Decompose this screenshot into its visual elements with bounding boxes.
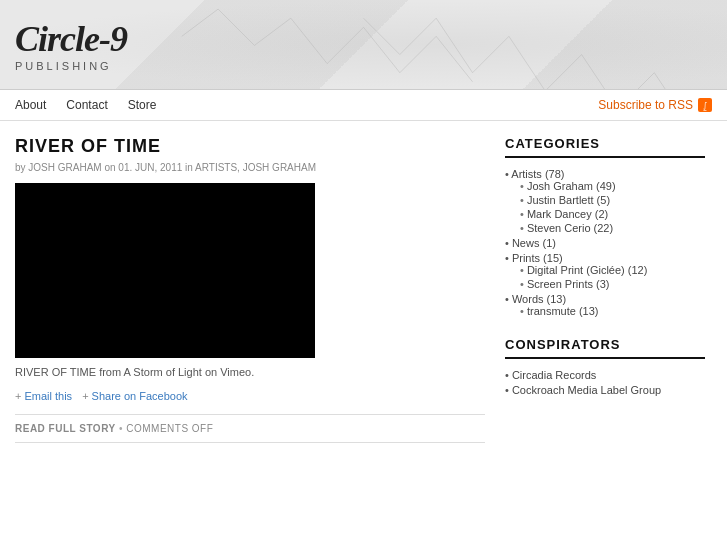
site-logo: Circle-9 PUBLISHING <box>15 18 127 72</box>
post-footer: READ FULL STORY • COMMENTS OFF <box>15 414 485 443</box>
post-actions: Email this Share on Facebook <box>15 390 485 402</box>
category-artists-link[interactable]: Artists (78) <box>511 168 564 180</box>
post-title: RIVER OF TIME <box>15 136 485 157</box>
email-link[interactable]: Email this <box>15 390 72 402</box>
conspirators-section: CONSPIRATORS Circadia Records Cockroach … <box>505 337 705 396</box>
category-words-link[interactable]: Words (13) <box>512 293 566 305</box>
category-words[interactable]: Words (13) transmute (13) <box>505 293 705 317</box>
comments-status: COMMENTS OFF <box>126 423 213 434</box>
category-news[interactable]: News (1) <box>505 237 705 249</box>
video-caption: RIVER OF TIME from A Storm of Light on V… <box>15 366 485 378</box>
read-more-link[interactable]: READ FULL STORY <box>15 423 116 434</box>
conspirator-cockroach[interactable]: Cockroach Media Label Group <box>505 384 705 396</box>
nav-links: About Contact Store <box>15 98 598 112</box>
rss-link[interactable]: Subscribe to RSS <box>598 98 693 112</box>
category-news-link[interactable]: News (1) <box>512 237 556 249</box>
email-label: Email this <box>24 390 72 402</box>
subcategory-mark-dancey[interactable]: Mark Dancey (2) <box>520 208 705 220</box>
navigation: About Contact Store Subscribe to RSS ⨜ <box>0 90 727 121</box>
category-prints[interactable]: Prints (15) Digital Print (Giclée) (12) … <box>505 252 705 290</box>
share-link[interactable]: Share on Facebook <box>82 390 187 402</box>
nav-store[interactable]: Store <box>128 98 157 112</box>
share-label: Share on Facebook <box>92 390 188 402</box>
conspirators-heading: CONSPIRATORS <box>505 337 705 359</box>
categories-section: CATEGORIES Artists (78) Josh Graham (49)… <box>505 136 705 317</box>
subcategory-list: Josh Graham (49) Justin Bartlett (5) Mar… <box>520 180 705 234</box>
site-header: Circle-9 PUBLISHING <box>0 0 727 90</box>
conspirators-list: Circadia Records Cockroach Media Label G… <box>505 369 705 396</box>
rss-icon: ⨜ <box>698 98 712 112</box>
nav-contact[interactable]: Contact <box>66 98 107 112</box>
post-meta: by JOSH GRAHAM on 01. JUN, 2011 in ARTIS… <box>15 162 485 173</box>
rss-section: Subscribe to RSS ⨜ <box>598 98 712 112</box>
video-thumbnail[interactable] <box>15 183 315 358</box>
subcategory-steven-cerio[interactable]: Steven Cerio (22) <box>520 222 705 234</box>
category-artists[interactable]: Artists (78) Josh Graham (49) Justin Bar… <box>505 168 705 234</box>
site-name: Circle-9 <box>15 18 127 60</box>
site-subtitle: PUBLISHING <box>15 60 127 72</box>
subcategory-screen-prints[interactable]: Screen Prints (3) <box>520 278 705 290</box>
categories-list: Artists (78) Josh Graham (49) Justin Bar… <box>505 168 705 317</box>
nav-about[interactable]: About <box>15 98 46 112</box>
category-prints-link[interactable]: Prints (15) <box>512 252 563 264</box>
subcategory-digital-print[interactable]: Digital Print (Giclée) (12) <box>520 264 705 276</box>
subcategory-josh-graham[interactable]: Josh Graham (49) <box>520 180 705 192</box>
sidebar: CATEGORIES Artists (78) Josh Graham (49)… <box>505 136 705 443</box>
subcategory-justin-bartlett[interactable]: Justin Bartlett (5) <box>520 194 705 206</box>
categories-heading: CATEGORIES <box>505 136 705 158</box>
main-content: RIVER OF TIME by JOSH GRAHAM on 01. JUN,… <box>15 136 485 443</box>
subcategory-transmute[interactable]: transmute (13) <box>520 305 705 317</box>
content-wrapper: RIVER OF TIME by JOSH GRAHAM on 01. JUN,… <box>0 121 727 458</box>
subcategory-words-list: transmute (13) <box>520 305 705 317</box>
subcategory-prints-list: Digital Print (Giclée) (12) Screen Print… <box>520 264 705 290</box>
conspirator-circadia[interactable]: Circadia Records <box>505 369 705 381</box>
post-meta-text: by JOSH GRAHAM on 01. JUN, 2011 in ARTIS… <box>15 162 316 173</box>
